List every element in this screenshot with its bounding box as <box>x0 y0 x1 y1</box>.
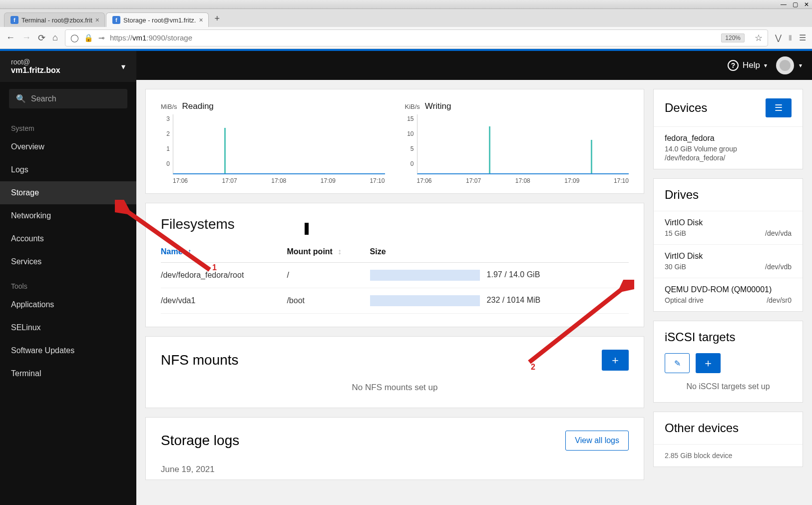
drive-item[interactable]: VirtIO Disk 30 GiB/dev/vdb <box>654 244 803 278</box>
help-icon: ? <box>728 60 739 71</box>
sidebar-item-applications[interactable]: Applications <box>0 293 136 316</box>
close-tab-icon[interactable]: × <box>199 16 203 24</box>
table-row[interactable]: /dev/fedora_fedora/root / 1.97 / 14.0 Gi… <box>161 263 629 288</box>
chevron-down-icon: ▾ <box>764 62 767 69</box>
sidebar-item-logs[interactable]: Logs <box>0 158 136 181</box>
sidebar-item-software-updates[interactable]: Software Updates <box>0 339 136 362</box>
filesystems-title: Filesystems <box>161 216 235 232</box>
main-content: MiB/s Reading 3 2 1 0 <box>136 80 812 505</box>
address-bar[interactable]: ◯ 🔒 ⊸ https://vm1:9090/storage 120% ☆ <box>65 29 768 46</box>
key-icon[interactable]: ⊸ <box>98 33 105 42</box>
hamburger-icon: ☰ <box>775 103 783 113</box>
logs-title: Storage logs <box>161 433 239 449</box>
sidebar-item-accounts[interactable]: Accounts <box>0 227 136 250</box>
view-all-logs-button[interactable]: View all logs <box>565 431 629 451</box>
iscsi-empty-text: No iSCSI targets set up <box>665 382 792 391</box>
lock-icon[interactable]: 🔒 <box>84 33 93 42</box>
x-axis: 17:06 17:07 17:08 17:09 17:10 <box>405 174 629 184</box>
drive-item[interactable]: QEMU DVD-ROM (QM00001) Optical drive/dev… <box>654 278 803 311</box>
home-button[interactable]: ⌂ <box>52 32 58 43</box>
devices-menu-button[interactable]: ☰ <box>766 98 792 117</box>
url-path: :9090/storage <box>146 33 192 42</box>
col-size[interactable]: Size <box>370 241 629 263</box>
drive-item[interactable]: VirtIO Disk 15 GiB/dev/vda <box>654 211 803 244</box>
forward-button[interactable]: → <box>22 32 31 43</box>
host-selector[interactable]: root@ vm1.fritz.box ▾ <box>0 51 136 82</box>
browser-tab-bar: f Terminal - root@zbox.frit × f Storage … <box>0 9 812 27</box>
new-tab-button[interactable]: + <box>210 10 225 27</box>
x-axis: 17:06 17:07 17:08 17:09 17:10 <box>161 174 385 184</box>
annotation-label-2: 2 <box>531 363 535 372</box>
writing-chart: KiB/s Writing 15 10 5 0 <box>405 101 629 184</box>
url-host: vm1 <box>132 33 146 42</box>
drives-title: Drives <box>665 188 699 202</box>
edit-icon: ✎ <box>674 359 681 368</box>
shield-icon[interactable]: ◯ <box>70 33 79 42</box>
other-devices-card: Other devices 2.85 GiB block device <box>653 412 803 467</box>
search-input[interactable]: 🔍 Search <box>9 89 127 108</box>
add-nfs-button[interactable]: ＋ <box>602 350 629 371</box>
chevron-down-icon: ▾ <box>799 62 802 69</box>
plus-icon: ＋ <box>610 353 621 368</box>
nfs-card: NFS mounts ＋ No NFS mounts set up <box>145 336 644 408</box>
filesystems-table: Name↑ Mount point↕ Size /dev/fedora_fedo… <box>161 241 629 314</box>
text-cursor <box>305 223 309 235</box>
iscsi-add-button[interactable]: ＋ <box>696 353 721 373</box>
help-button[interactable]: ? Help ▾ <box>728 60 767 71</box>
back-button[interactable]: ← <box>6 32 15 43</box>
iscsi-title: iSCSI targets <box>665 330 735 344</box>
reload-button[interactable]: ⟳ <box>38 32 45 43</box>
sidebar-item-terminal[interactable]: Terminal <box>0 362 136 385</box>
fs-name: /dev/vda1 <box>161 288 287 314</box>
iscsi-edit-button[interactable]: ✎ <box>665 353 690 373</box>
avatar-icon <box>776 56 794 74</box>
search-placeholder: Search <box>31 94 56 103</box>
sidebar-item-selinux[interactable]: SELinux <box>0 316 136 339</box>
close-tab-icon[interactable]: × <box>95 16 99 24</box>
tab-title: Terminal - root@zbox.frit <box>21 16 92 24</box>
sidebar-item-overview[interactable]: Overview <box>0 135 136 158</box>
fs-mount: /boot <box>287 288 370 314</box>
chevron-down-icon: ▾ <box>121 62 125 71</box>
sidebar: root@ vm1.fritz.box ▾ 🔍 Search System Ov… <box>0 51 136 505</box>
tab-favicon-icon: f <box>112 16 120 24</box>
device-item[interactable]: fedora_fedora 14.0 GiB Volume group /dev… <box>654 126 803 169</box>
usage-text: 232 / 1014 MiB <box>487 296 541 304</box>
browser-tab[interactable]: f Storage - root@vm1.fritz. × <box>106 12 209 27</box>
y-axis: 3 2 1 0 <box>161 114 173 174</box>
usage-bar <box>370 270 480 281</box>
bookmark-star-icon[interactable]: ☆ <box>755 32 763 43</box>
logs-date: June 19, 2021 <box>161 465 629 475</box>
host-user: root@ <box>11 58 60 66</box>
zoom-badge[interactable]: 120% <box>721 33 745 42</box>
sort-asc-icon: ↑ <box>188 247 192 256</box>
hamburger-menu-icon[interactable]: ☰ <box>799 33 806 42</box>
pocket-icon[interactable]: ⋁ <box>775 33 782 42</box>
fs-name: /dev/fedora_fedora/root <box>161 263 287 288</box>
library-icon[interactable]: ⦀ <box>789 33 792 42</box>
col-name[interactable]: Name↑ <box>161 241 287 263</box>
help-label: Help <box>743 60 760 70</box>
maximize-icon[interactable]: ▢ <box>793 1 798 8</box>
y-axis: 15 10 5 0 <box>405 114 417 174</box>
chart-unit: KiB/s <box>405 103 420 110</box>
user-menu[interactable]: ▾ <box>776 56 802 74</box>
annotation-label-1: 1 <box>212 263 217 272</box>
window-titlebar: — ▢ ✕ <box>0 0 812 9</box>
sidebar-item-storage[interactable]: Storage <box>0 181 136 204</box>
other-device-item[interactable]: 2.85 GiB block device <box>654 444 803 467</box>
chart-title: Writing <box>425 101 451 111</box>
chart-title: Reading <box>182 101 214 111</box>
side-group-label: Tools <box>0 273 136 293</box>
minimize-icon[interactable]: — <box>781 1 787 8</box>
side-group-label: System <box>0 115 136 135</box>
sidebar-item-networking[interactable]: Networking <box>0 204 136 227</box>
table-row[interactable]: /dev/vda1 /boot 232 / 1014 MiB <box>161 288 629 314</box>
usage-text: 1.97 / 14.0 GiB <box>487 270 540 279</box>
plus-icon: ＋ <box>703 356 714 371</box>
sidebar-item-services[interactable]: Services <box>0 250 136 273</box>
browser-tab[interactable]: f Terminal - root@zbox.frit × <box>4 12 105 27</box>
filesystems-card: Filesystems Name↑ Mount point↕ Size /dev… <box>145 203 644 327</box>
close-window-icon[interactable]: ✕ <box>804 1 809 8</box>
col-mount[interactable]: Mount point↕ <box>287 241 370 263</box>
